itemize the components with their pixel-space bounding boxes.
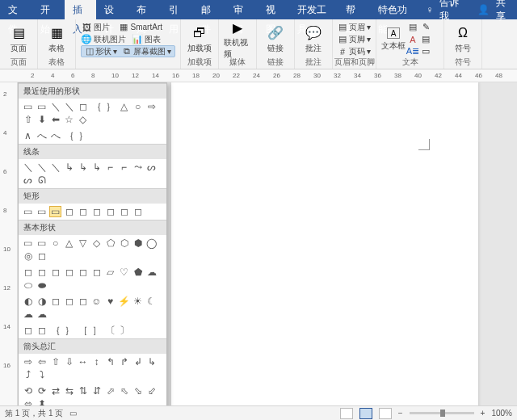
shape-option[interactable]: ▭ <box>22 237 34 249</box>
shape-option[interactable]: ⬡ <box>118 237 130 249</box>
tab-help[interactable]: 帮助 <box>338 0 370 19</box>
zoom-in[interactable]: + <box>481 409 485 418</box>
shape-option[interactable]: ○ <box>132 101 144 112</box>
shape-option[interactable]: ◯ <box>145 237 158 249</box>
tab-features[interactable]: 特色功能 <box>370 0 418 19</box>
shape-option[interactable]: ◻ <box>118 206 130 217</box>
shape-option[interactable]: ｛ <box>90 101 103 112</box>
zoom-level[interactable]: 100% <box>491 409 512 418</box>
shape-option[interactable]: ◻ <box>63 267 75 278</box>
shape-option[interactable]: ⬃ <box>145 385 158 397</box>
shape-option[interactable]: ↲ <box>132 356 144 368</box>
shape-option[interactable]: ◻ <box>77 101 89 112</box>
addins-button[interactable]: 🗗 加载项 <box>186 21 213 57</box>
shape-option[interactable]: ＼ <box>49 162 61 173</box>
shape-option[interactable]: ▱ <box>104 267 116 278</box>
shape-option[interactable]: ☁ <box>36 309 48 320</box>
shape-option[interactable]: ⇩ <box>63 356 75 368</box>
comment-button[interactable]: 💬 批注 <box>300 21 327 57</box>
zoom-out[interactable]: − <box>398 409 403 418</box>
shape-option[interactable]: ⟲ <box>22 385 34 397</box>
shape-option[interactable]: ⤳ <box>132 162 144 173</box>
shape-option[interactable]: ▭ <box>36 206 48 217</box>
shape-option[interactable]: ▭ <box>49 206 61 217</box>
shape-option[interactable]: ◻ <box>132 206 144 217</box>
zoom-slider[interactable] <box>410 412 474 414</box>
shape-option[interactable]: ◻ <box>36 250 48 262</box>
shape-option[interactable]: ⇆ <box>63 385 75 397</box>
shape-option[interactable]: ◇ <box>77 114 89 125</box>
shape-option[interactable]: ⬢ <box>132 237 144 249</box>
tab-home[interactable]: 开始 <box>32 0 65 19</box>
shape-option[interactable]: ◎ <box>22 250 34 262</box>
shape-option[interactable]: ◻ <box>36 267 48 278</box>
tab-devtools[interactable]: 开发工具 <box>289 0 338 19</box>
shape-option[interactable]: ⬅ <box>49 114 61 125</box>
shape-option[interactable]: ☺ <box>90 296 103 307</box>
shape-option[interactable]: △ <box>63 237 75 249</box>
shape-option[interactable]: ｛ <box>49 325 61 336</box>
shape-option[interactable]: ▭ <box>36 237 48 249</box>
tab-layout[interactable]: 布局 <box>128 0 161 19</box>
shape-option[interactable]: ○ <box>49 237 61 249</box>
text-tool-2[interactable]: A▤ <box>407 33 431 45</box>
shape-option[interactable]: ᔕ <box>22 174 34 186</box>
shape-option[interactable]: ⬠ <box>104 237 116 249</box>
shape-option[interactable]: 〔 <box>104 325 116 336</box>
shape-option[interactable]: ☾ <box>145 296 158 307</box>
tab-mailings[interactable]: 邮件 <box>193 0 225 19</box>
shape-option[interactable]: ⇧ <box>22 114 34 125</box>
shape-option[interactable]: ⬄ <box>22 398 34 405</box>
shape-option[interactable]: ⇨ <box>145 101 158 112</box>
picture-button[interactable]: 🖼图片 ▦SmartArt <box>81 21 175 33</box>
text-tool-3[interactable]: A≣▭ <box>407 45 431 57</box>
shape-option[interactable]: ▭ <box>22 101 34 112</box>
shape-option[interactable]: ◑ <box>36 296 48 307</box>
shape-option[interactable]: ♡ <box>118 267 130 278</box>
shape-option[interactable]: ＼ <box>49 101 61 112</box>
shapes-button[interactable]: ◫形状▾ ⧉屏幕截图▾ <box>81 45 175 57</box>
footer-button[interactable]: ▤页脚▾ <box>338 33 371 45</box>
tab-view[interactable]: 视图 <box>258 0 290 19</box>
share-button[interactable]: 共享 <box>496 0 509 23</box>
shape-option[interactable]: へ <box>36 130 48 141</box>
shape-option[interactable]: ↕ <box>90 356 103 368</box>
shape-option[interactable]: へ <box>49 130 61 141</box>
tab-references[interactable]: 引用 <box>161 0 193 19</box>
shape-option[interactable]: ⬇ <box>36 114 48 125</box>
links-button[interactable]: 🔗 链接 <box>262 21 289 57</box>
shape-option[interactable]: ◻ <box>90 267 103 278</box>
online-video-button[interactable]: ▶ 联机视频 <box>224 21 251 58</box>
shape-option[interactable]: ↔ <box>77 356 89 368</box>
shape-option[interactable]: ᘏ <box>36 174 48 186</box>
shape-option[interactable]: ↳ <box>145 356 158 368</box>
shape-option[interactable]: ◇ <box>90 237 103 249</box>
shape-option[interactable]: ⌐ <box>104 162 116 173</box>
shape-option[interactable]: ⇵ <box>90 385 103 397</box>
symbol-button[interactable]: Ω 符号 <box>449 21 477 57</box>
shape-option[interactable]: ⌐ <box>118 162 130 173</box>
shape-option[interactable]: ⇨ <box>22 356 34 368</box>
shape-option[interactable]: ⬟ <box>132 267 144 278</box>
shape-option[interactable]: ◻ <box>63 296 75 307</box>
shape-option[interactable]: ∧ <box>22 130 34 141</box>
shape-option[interactable]: ⬀ <box>104 385 116 397</box>
shape-option[interactable]: ＼ <box>22 162 34 173</box>
shape-option[interactable]: ｝ <box>104 101 116 112</box>
shape-option[interactable]: ♥ <box>104 296 116 307</box>
pages-button[interactable]: ▤ 页面 <box>5 21 32 57</box>
shape-option[interactable]: ⬁ <box>118 385 130 397</box>
shape-option[interactable]: ＼ <box>63 101 75 112</box>
textbox-button[interactable]: A 文本框 <box>381 21 406 58</box>
shape-option[interactable]: ⟳ <box>36 385 48 397</box>
tab-design[interactable]: 设计 <box>96 0 128 19</box>
shape-option[interactable]: ◻ <box>49 296 61 307</box>
shape-option[interactable]: ▭ <box>22 206 34 217</box>
tab-insert[interactable]: 插入 <box>65 0 97 19</box>
shape-option[interactable]: 〕 <box>118 325 130 336</box>
pagenum-button[interactable]: #页码▾ <box>338 45 371 57</box>
shape-option[interactable]: ⬬ <box>36 279 48 291</box>
shape-option[interactable]: ⤴ <box>22 369 34 380</box>
shape-option[interactable]: ☁ <box>22 309 34 320</box>
shape-option[interactable]: ◻ <box>36 325 48 336</box>
